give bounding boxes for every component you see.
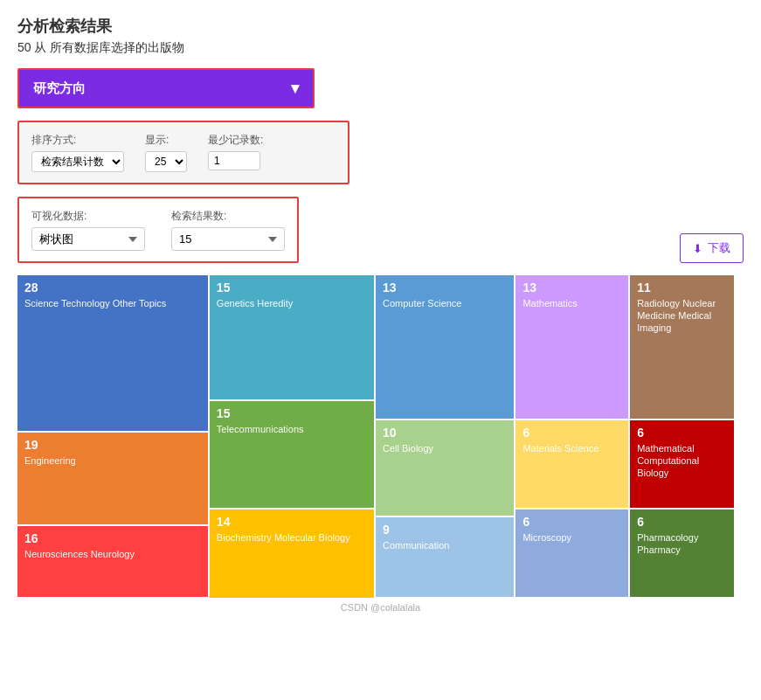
display-select[interactable]: 25 <box>145 151 187 172</box>
cell-number: 13 <box>383 281 507 295</box>
cell-label: Computer Science <box>383 297 507 309</box>
cell-number: 15 <box>217 281 367 295</box>
cell-number: 13 <box>522 281 621 295</box>
cell-number: 9 <box>383 523 507 537</box>
treemap-cell[interactable]: 10Cell Biology <box>376 420 514 516</box>
download-label: 下载 <box>708 240 730 256</box>
treemap-cell[interactable]: 13Computer Science <box>376 275 514 419</box>
treemap-cell[interactable]: 13Mathematics <box>515 275 628 419</box>
page-title: 分析检索结果 <box>17 16 744 37</box>
viz-data-group: 可视化数据: 树状图 <box>31 209 145 251</box>
watermark: CSDN @colalalala <box>17 602 744 613</box>
min-records-input[interactable] <box>208 151 260 170</box>
cell-label: Mathematics <box>522 297 621 309</box>
cell-number: 15 <box>217 406 367 421</box>
viz-row: 可视化数据: 树状图 检索结果数: 15 <box>19 198 297 261</box>
treemap-cell[interactable]: 11Radiology Nuclear Medicine Medical Ima… <box>630 275 734 419</box>
treemap-column-2: 13Computer Science10Cell Biology9Communi… <box>376 275 514 599</box>
viz-controls-box: 可视化数据: 树状图 检索结果数: 15 <box>17 197 299 263</box>
cell-label: Mathematical Computational Biology <box>637 442 727 480</box>
cell-label: Radiology Nuclear Medicine Medical Imagi… <box>637 297 727 335</box>
sort-controls-box: 排序方式: 检索结果计数 显示: 25 最少记录数: <box>17 121 349 184</box>
research-direction-label: 研究方向 <box>33 80 86 97</box>
viz-results-label: 检索结果数: <box>171 209 285 224</box>
sort-by-select[interactable]: 检索结果计数 <box>31 151 124 172</box>
viz-results-group: 检索结果数: 15 <box>171 209 285 251</box>
cell-number: 6 <box>522 426 621 440</box>
treemap-cell[interactable]: 28Science Technology Other Topics <box>17 275 208 431</box>
treemap-column-0: 28Science Technology Other Topics19Engin… <box>17 275 208 599</box>
chevron-down-icon: ▾ <box>291 79 299 98</box>
cell-number: 6 <box>637 515 727 530</box>
treemap-cell[interactable]: 6Materials Science <box>515 420 628 508</box>
display-group: 显示: 25 <box>145 133 187 172</box>
treemap-cell[interactable]: 14Biochemistry Molecular Biology <box>210 509 374 598</box>
cell-label: Microscopy <box>522 531 621 544</box>
cell-number: 16 <box>24 531 201 546</box>
cell-label: Pharmacology Pharmacy <box>637 531 727 557</box>
cell-label: Telecommunications <box>217 423 367 435</box>
cell-number: 11 <box>637 281 727 295</box>
treemap: 28Science Technology Other Topics19Engin… <box>17 275 734 599</box>
treemap-cell[interactable]: 6Mathematical Computational Biology <box>630 420 734 508</box>
min-records-group: 最少记录数: <box>208 133 263 170</box>
cell-number: 6 <box>522 515 621 530</box>
treemap-column-4: 11Radiology Nuclear Medicine Medical Ima… <box>630 275 734 599</box>
cell-number: 14 <box>217 515 367 530</box>
cell-number: 19 <box>24 438 201 453</box>
sort-by-group: 排序方式: 检索结果计数 <box>31 133 124 172</box>
treemap-cell[interactable]: 16Neurosciences Neurology <box>17 526 208 597</box>
cell-number: 10 <box>383 426 507 440</box>
cell-label: Biochemistry Molecular Biology <box>217 531 367 544</box>
viz-data-label: 可视化数据: <box>31 209 145 224</box>
cell-label: Cell Biology <box>383 442 507 454</box>
sort-by-label: 排序方式: <box>31 133 124 148</box>
treemap-cell[interactable]: 15Telecommunications <box>210 401 374 508</box>
cell-label: Neurosciences Neurology <box>24 548 201 560</box>
display-label: 显示: <box>145 133 187 148</box>
download-icon: ⬇ <box>693 242 702 255</box>
viz-results-select[interactable]: 15 <box>171 227 285 251</box>
cell-label: Science Technology Other Topics <box>24 297 201 309</box>
cell-label: Engineering <box>24 454 201 467</box>
research-direction-box: 研究方向 ▾ <box>17 68 315 108</box>
download-button[interactable]: ⬇ 下载 <box>680 233 744 263</box>
treemap-cell[interactable]: 19Engineering <box>17 433 208 524</box>
subtitle: 50 从 所有数据库选择的出版物 <box>17 40 744 56</box>
cell-label: Materials Science <box>522 442 621 454</box>
research-direction-button[interactable]: 研究方向 ▾ <box>19 70 313 107</box>
treemap-cell[interactable]: 6Pharmacology Pharmacy <box>630 509 734 597</box>
min-records-label: 最少记录数: <box>208 133 263 148</box>
cell-number: 28 <box>24 281 201 295</box>
sort-row: 排序方式: 检索结果计数 显示: 25 最少记录数: <box>19 122 348 183</box>
cell-label: Communication <box>383 539 507 551</box>
treemap-cell[interactable]: 15Genetics Heredity <box>210 275 374 399</box>
treemap-column-3: 13Mathematics6Materials Science6Microsco… <box>515 275 628 599</box>
treemap-column-1: 15Genetics Heredity15Telecommunications1… <box>210 275 374 599</box>
cell-number: 6 <box>637 426 727 440</box>
viz-controls-row: 可视化数据: 树状图 检索结果数: 15 ⬇ 下载 <box>17 197 744 263</box>
cell-label: Genetics Heredity <box>217 297 367 309</box>
treemap-cell[interactable]: 9Communication <box>376 517 514 597</box>
viz-data-select[interactable]: 树状图 <box>31 227 145 251</box>
treemap-cell[interactable]: 6Microscopy <box>515 509 628 597</box>
